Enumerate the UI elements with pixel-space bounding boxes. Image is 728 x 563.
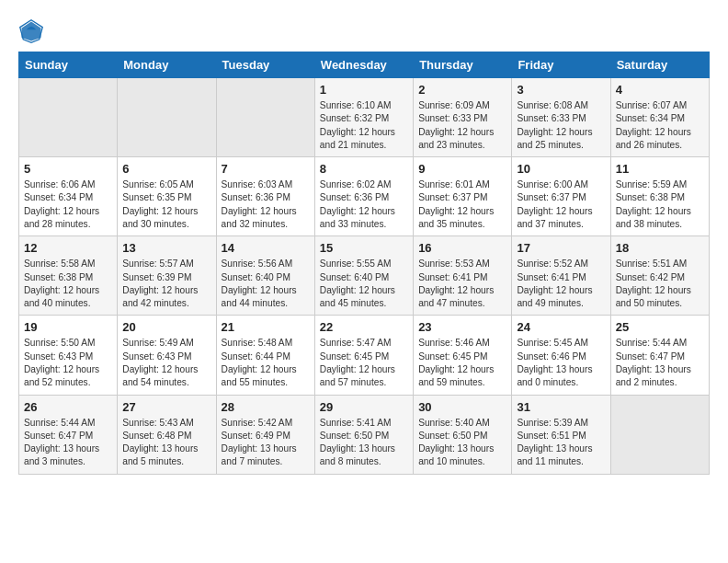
day-number: 10: [517, 162, 605, 176]
day-header-saturday: Saturday: [610, 52, 709, 78]
day-number: 4: [616, 83, 704, 97]
cell-content: Sunrise: 5:44 AM Sunset: 6:47 PM Dayligh…: [24, 417, 112, 469]
calendar-cell: 14Sunrise: 5:56 AM Sunset: 6:40 PM Dayli…: [216, 236, 314, 316]
calendar-cell: [118, 78, 216, 157]
cell-content: Sunrise: 5:57 AM Sunset: 6:39 PM Dayligh…: [122, 258, 210, 310]
cell-content: Sunrise: 6:06 AM Sunset: 6:34 PM Dayligh…: [24, 178, 112, 231]
cell-content: Sunrise: 5:47 AM Sunset: 6:45 PM Dayligh…: [320, 337, 408, 389]
calendar-cell: 8Sunrise: 6:02 AM Sunset: 6:36 PM Daylig…: [314, 157, 413, 236]
calendar-cell: [19, 78, 118, 157]
cell-content: Sunrise: 5:52 AM Sunset: 6:41 PM Dayligh…: [517, 258, 605, 310]
day-header-friday: Friday: [512, 52, 610, 78]
calendar-cell: [610, 395, 709, 474]
cell-content: Sunrise: 5:56 AM Sunset: 6:40 PM Dayligh…: [222, 258, 310, 310]
calendar-cell: 30Sunrise: 5:40 AM Sunset: 6:50 PM Dayli…: [414, 395, 512, 474]
calendar-cell: 9Sunrise: 6:01 AM Sunset: 6:37 PM Daylig…: [414, 157, 512, 236]
day-number: 1: [320, 83, 408, 97]
calendar-cell: 6Sunrise: 6:05 AM Sunset: 6:35 PM Daylig…: [118, 157, 216, 236]
calendar-cell: 25Sunrise: 5:44 AM Sunset: 6:47 PM Dayli…: [610, 316, 709, 395]
day-number: 6: [122, 162, 210, 176]
day-number: 27: [122, 400, 210, 414]
calendar-cell: 11Sunrise: 5:59 AM Sunset: 6:38 PM Dayli…: [610, 157, 709, 236]
calendar-cell: 16Sunrise: 5:53 AM Sunset: 6:41 PM Dayli…: [414, 236, 512, 316]
cell-content: Sunrise: 5:44 AM Sunset: 6:47 PM Dayligh…: [616, 337, 704, 389]
day-number: 20: [122, 320, 210, 334]
calendar-cell: 12Sunrise: 5:58 AM Sunset: 6:38 PM Dayli…: [19, 236, 118, 316]
calendar-cell: 20Sunrise: 5:49 AM Sunset: 6:43 PM Dayli…: [118, 316, 216, 395]
calendar-cell: 28Sunrise: 5:42 AM Sunset: 6:49 PM Dayli…: [216, 395, 314, 474]
cell-content: Sunrise: 5:53 AM Sunset: 6:41 PM Dayligh…: [418, 258, 506, 310]
calendar-cell: 7Sunrise: 6:03 AM Sunset: 6:36 PM Daylig…: [216, 157, 314, 236]
day-number: 9: [418, 162, 506, 176]
day-number: 13: [122, 241, 210, 255]
cell-content: Sunrise: 6:07 AM Sunset: 6:34 PM Dayligh…: [616, 99, 704, 152]
day-number: 22: [320, 320, 408, 334]
calendar-week-4: 19Sunrise: 5:50 AM Sunset: 6:43 PM Dayli…: [19, 316, 710, 395]
day-number: 21: [222, 320, 310, 334]
cell-content: Sunrise: 5:43 AM Sunset: 6:48 PM Dayligh…: [122, 417, 210, 469]
day-number: 5: [24, 162, 112, 176]
cell-content: Sunrise: 5:48 AM Sunset: 6:44 PM Dayligh…: [222, 337, 310, 389]
day-number: 17: [517, 241, 605, 255]
cell-content: Sunrise: 5:46 AM Sunset: 6:45 PM Dayligh…: [418, 337, 506, 389]
day-number: 19: [24, 320, 112, 334]
calendar-cell: 27Sunrise: 5:43 AM Sunset: 6:48 PM Dayli…: [118, 395, 216, 474]
day-number: 18: [616, 241, 704, 255]
day-number: 11: [616, 162, 704, 176]
calendar-cell: 29Sunrise: 5:41 AM Sunset: 6:50 PM Dayli…: [314, 395, 413, 474]
cell-content: Sunrise: 5:45 AM Sunset: 6:46 PM Dayligh…: [517, 337, 605, 389]
calendar-cell: 5Sunrise: 6:06 AM Sunset: 6:34 PM Daylig…: [19, 157, 118, 236]
day-header-tuesday: Tuesday: [216, 52, 314, 78]
day-number: 24: [517, 320, 605, 334]
day-number: 8: [320, 162, 408, 176]
calendar-cell: 1Sunrise: 6:10 AM Sunset: 6:32 PM Daylig…: [314, 78, 413, 157]
calendar-cell: 13Sunrise: 5:57 AM Sunset: 6:39 PM Dayli…: [118, 236, 216, 316]
cell-content: Sunrise: 5:39 AM Sunset: 6:51 PM Dayligh…: [517, 417, 605, 469]
calendar-cell: 23Sunrise: 5:46 AM Sunset: 6:45 PM Dayli…: [414, 316, 512, 395]
day-number: 25: [616, 320, 704, 334]
cell-content: Sunrise: 5:50 AM Sunset: 6:43 PM Dayligh…: [24, 337, 112, 389]
day-number: 2: [418, 83, 506, 97]
day-header-sunday: Sunday: [19, 52, 118, 78]
cell-content: Sunrise: 6:03 AM Sunset: 6:36 PM Dayligh…: [222, 178, 310, 231]
cell-content: Sunrise: 6:09 AM Sunset: 6:33 PM Dayligh…: [418, 99, 506, 152]
calendar-cell: 31Sunrise: 5:39 AM Sunset: 6:51 PM Dayli…: [512, 395, 610, 474]
cell-content: Sunrise: 5:59 AM Sunset: 6:38 PM Dayligh…: [616, 178, 704, 231]
calendar-cell: 10Sunrise: 6:00 AM Sunset: 6:37 PM Dayli…: [512, 157, 610, 236]
calendar-cell: 19Sunrise: 5:50 AM Sunset: 6:43 PM Dayli…: [19, 316, 118, 395]
cell-content: Sunrise: 5:42 AM Sunset: 6:49 PM Dayligh…: [222, 417, 310, 469]
day-number: 15: [320, 241, 408, 255]
cell-content: Sunrise: 6:02 AM Sunset: 6:36 PM Dayligh…: [320, 178, 408, 231]
day-number: 16: [418, 241, 506, 255]
logo-icon: [18, 18, 44, 44]
cell-content: Sunrise: 6:00 AM Sunset: 6:37 PM Dayligh…: [517, 178, 605, 231]
cell-content: Sunrise: 5:55 AM Sunset: 6:40 PM Dayligh…: [320, 258, 408, 310]
day-number: 31: [517, 400, 605, 414]
day-number: 28: [222, 400, 310, 414]
calendar-cell: 15Sunrise: 5:55 AM Sunset: 6:40 PM Dayli…: [314, 236, 413, 316]
day-header-wednesday: Wednesday: [314, 52, 413, 78]
day-number: 23: [418, 320, 506, 334]
calendar-cell: 18Sunrise: 5:51 AM Sunset: 6:42 PM Dayli…: [610, 236, 709, 316]
calendar-cell: 3Sunrise: 6:08 AM Sunset: 6:33 PM Daylig…: [512, 78, 610, 157]
day-number: 29: [320, 400, 408, 414]
day-number: 30: [418, 400, 506, 414]
days-header-row: SundayMondayTuesdayWednesdayThursdayFrid…: [19, 52, 710, 78]
day-number: 7: [222, 162, 310, 176]
calendar-cell: 2Sunrise: 6:09 AM Sunset: 6:33 PM Daylig…: [414, 78, 512, 157]
cell-content: Sunrise: 6:10 AM Sunset: 6:32 PM Dayligh…: [320, 99, 408, 152]
cell-content: Sunrise: 5:51 AM Sunset: 6:42 PM Dayligh…: [616, 258, 704, 310]
calendar-week-3: 12Sunrise: 5:58 AM Sunset: 6:38 PM Dayli…: [19, 236, 710, 316]
page-header: [18, 18, 710, 44]
calendar-cell: 4Sunrise: 6:07 AM Sunset: 6:34 PM Daylig…: [610, 78, 709, 157]
calendar-cell: 22Sunrise: 5:47 AM Sunset: 6:45 PM Dayli…: [314, 316, 413, 395]
calendar-cell: 24Sunrise: 5:45 AM Sunset: 6:46 PM Dayli…: [512, 316, 610, 395]
calendar-week-2: 5Sunrise: 6:06 AM Sunset: 6:34 PM Daylig…: [19, 157, 710, 236]
calendar-cell: 26Sunrise: 5:44 AM Sunset: 6:47 PM Dayli…: [19, 395, 118, 474]
day-number: 3: [517, 83, 605, 97]
calendar-cell: 17Sunrise: 5:52 AM Sunset: 6:41 PM Dayli…: [512, 236, 610, 316]
cell-content: Sunrise: 5:58 AM Sunset: 6:38 PM Dayligh…: [24, 258, 112, 310]
cell-content: Sunrise: 5:49 AM Sunset: 6:43 PM Dayligh…: [122, 337, 210, 389]
cell-content: Sunrise: 5:41 AM Sunset: 6:50 PM Dayligh…: [320, 417, 408, 469]
cell-content: Sunrise: 6:08 AM Sunset: 6:33 PM Dayligh…: [517, 99, 605, 152]
